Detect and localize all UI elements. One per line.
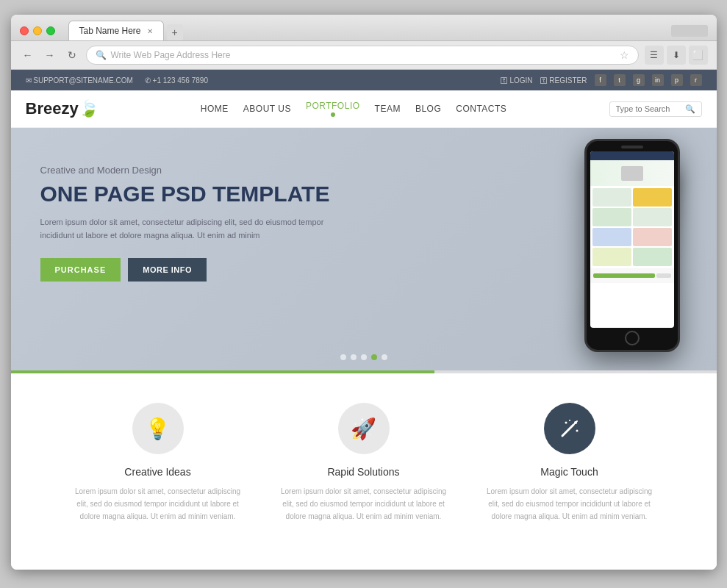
dot-4[interactable] — [371, 354, 377, 360]
magic-wand-icon — [559, 417, 581, 440]
feature-item-1: 💡 Creative Ideas Lorem ipsum dolor sit a… — [55, 403, 261, 523]
nav-about-us[interactable]: ABOUT US — [243, 104, 291, 114]
hero-dots — [340, 354, 387, 360]
dot-5[interactable] — [382, 354, 387, 360]
menu-icon-button[interactable]: ☰ — [645, 46, 664, 65]
hero-buttons: PURCHASE MORE INFO — [40, 258, 349, 282]
phone-main — [584, 139, 680, 352]
more-info-button[interactable]: MORE INFO — [128, 258, 207, 282]
creative-ideas-title: Creative Ideas — [70, 466, 246, 478]
purchase-button[interactable]: PURCHASE — [40, 258, 121, 282]
google-plus-icon[interactable]: g — [633, 74, 645, 86]
nav-forward-button[interactable]: → — [42, 47, 58, 63]
address-bar: ← → ↻ 🔍 Write Web Page Address Here ☆ ☰ … — [11, 41, 717, 70]
tab-close-icon[interactable]: ✕ — [147, 27, 153, 35]
facebook-icon[interactable]: f — [595, 74, 606, 86]
nav-search[interactable]: 🔍 — [609, 101, 702, 117]
svg-point-2 — [574, 421, 577, 424]
hero-description: Lorem ipsum dolor sit amet, consectetur … — [40, 216, 349, 242]
login-link[interactable]: ⚿ LOGIN — [501, 76, 533, 85]
twitter-icon[interactable]: t — [614, 74, 626, 86]
tab-bar: Tab Name Here ✕ + — [68, 21, 665, 40]
bookmark-icon[interactable]: ☆ — [620, 49, 629, 61]
traffic-lights — [20, 26, 55, 35]
svg-point-5 — [569, 420, 570, 421]
traffic-light-green[interactable] — [46, 26, 55, 35]
nav-refresh-button[interactable]: ↻ — [64, 47, 80, 63]
browser-actions: ☰ ⬇ ⬜ — [645, 46, 708, 65]
svg-line-0 — [562, 425, 573, 436]
dot-3[interactable] — [361, 354, 367, 360]
new-tab-button[interactable]: + — [167, 24, 183, 40]
rapid-solutions-title: Rapid Solutions — [276, 466, 452, 478]
download-button[interactable]: ⬇ — [667, 46, 686, 65]
nav-links: HOME ABOUT US PORTFOLIO TEAM BLOG CONTAC… — [201, 101, 507, 117]
rocket-icon: 🚀 — [351, 417, 376, 441]
nav-home[interactable]: HOME — [201, 104, 229, 114]
phone-info: ✆ +1 123 456 7890 — [145, 76, 208, 85]
title-bar: Tab Name Here ✕ + — [11, 15, 717, 41]
window-controls — [671, 25, 708, 37]
dot-2[interactable] — [351, 354, 357, 360]
main-nav: Breezy🍃 HOME ABOUT US PORTFOLIO TEAM BLO… — [11, 90, 717, 128]
logo: Breezy🍃 — [26, 99, 99, 118]
nav-back-button[interactable]: ← — [20, 47, 36, 63]
hero-phones — [584, 139, 680, 352]
traffic-light-yellow[interactable] — [33, 26, 42, 35]
nav-contacts[interactable]: CONTACTS — [456, 104, 506, 114]
browser-window: Tab Name Here ✕ + ← → ↻ 🔍 Write Web Page… — [11, 15, 717, 570]
hero-content: Creative and Modern Design ONE PAGE PSD … — [11, 128, 379, 318]
top-info-left: ✉ SUPPORT@SITENAME.COM ✆ +1 123 456 7890 — [26, 76, 208, 85]
fullscreen-button[interactable]: ⬜ — [689, 46, 708, 65]
magic-touch-title: Magic Touch — [481, 466, 658, 478]
nav-blog[interactable]: BLOG — [415, 104, 441, 114]
url-text: Write Web Page Address Here — [111, 50, 615, 60]
top-info-right: ⚿ LOGIN ⚿ REGISTER f t g in p r — [501, 74, 702, 86]
register-link[interactable]: ⚿ REGISTER — [540, 76, 587, 85]
rss-icon[interactable]: r — [690, 74, 702, 86]
website: ✉ SUPPORT@SITENAME.COM ✆ +1 123 456 7890… — [11, 70, 717, 570]
hero-section: Creative and Modern Design ONE PAGE PSD … — [11, 128, 717, 370]
magic-touch-icon-circle — [544, 403, 595, 454]
linkedin-icon[interactable]: in — [652, 74, 664, 86]
svg-point-4 — [576, 430, 578, 432]
logo-text: Breezy — [26, 99, 79, 118]
hero-title: ONE PAGE PSD TEMPLATE — [40, 182, 349, 206]
search-icon: 🔍 — [685, 104, 695, 114]
creative-ideas-icon-circle: 💡 — [132, 403, 184, 454]
search-input[interactable] — [616, 104, 682, 113]
rapid-solutions-desc: Lorem ipsum dolor sit amet, consectetur … — [276, 485, 452, 523]
creative-ideas-desc: Lorem ipsum dolor sit amet, consectetur … — [70, 485, 246, 523]
logo-leaf-icon: 🍃 — [79, 99, 99, 118]
svg-point-3 — [565, 422, 567, 424]
active-tab[interactable]: Tab Name Here ✕ — [68, 21, 164, 40]
pinterest-icon[interactable]: p — [671, 74, 683, 86]
nav-portfolio[interactable]: PORTFOLIO — [306, 101, 360, 117]
hero-subtitle: Creative and Modern Design — [40, 165, 349, 176]
traffic-light-red[interactable] — [20, 26, 29, 35]
magic-touch-desc: Lorem ipsum dolor sit amet, consectetur … — [481, 485, 658, 523]
feature-item-3: Magic Touch Lorem ipsum dolor sit amet, … — [467, 403, 673, 523]
features-section: 💡 Creative Ideas Lorem ipsum dolor sit a… — [11, 373, 717, 545]
email-info: ✉ SUPPORT@SITENAME.COM — [26, 76, 133, 85]
bulb-icon: 💡 — [145, 417, 171, 441]
tab-label: Tab Name Here — [79, 26, 141, 36]
url-bar[interactable]: 🔍 Write Web Page Address Here ☆ — [86, 46, 639, 65]
top-info-bar: ✉ SUPPORT@SITENAME.COM ✆ +1 123 456 7890… — [11, 70, 717, 90]
nav-team[interactable]: TEAM — [375, 104, 401, 114]
rapid-solutions-icon-circle: 🚀 — [338, 403, 390, 454]
dot-1[interactable] — [340, 354, 346, 360]
url-search-icon: 🔍 — [96, 50, 107, 60]
feature-item-2: 🚀 Rapid Solutions Lorem ipsum dolor sit … — [261, 403, 467, 523]
